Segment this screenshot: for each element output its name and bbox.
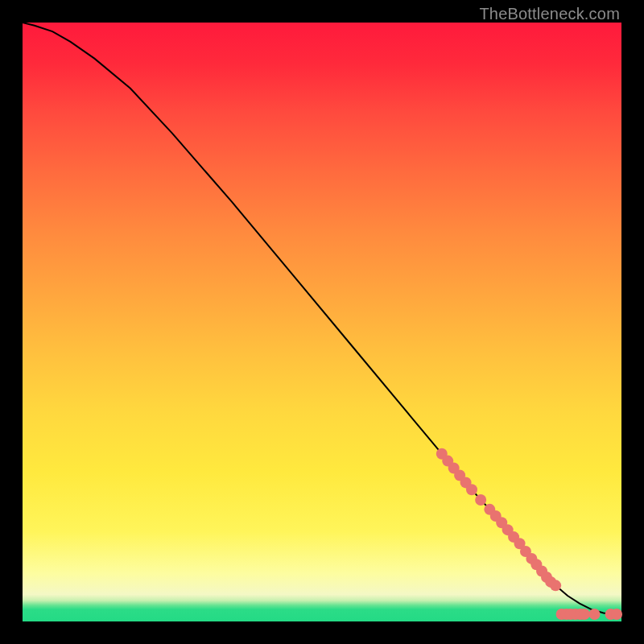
highlight-dot: [611, 609, 622, 620]
highlight-dot: [466, 484, 477, 495]
highlight-dot: [589, 609, 601, 620]
highlight-dot: [579, 609, 590, 620]
highlight-dot: [475, 494, 486, 506]
highlight-dot: [550, 580, 561, 591]
chart-frame: TheBottleneck.com: [0, 0, 644, 644]
plot-area: [23, 23, 621, 621]
chart-svg: [23, 23, 621, 621]
curve-line: [23, 23, 621, 616]
watermark-text: TheBottleneck.com: [479, 5, 620, 23]
marker-group: [436, 448, 622, 620]
